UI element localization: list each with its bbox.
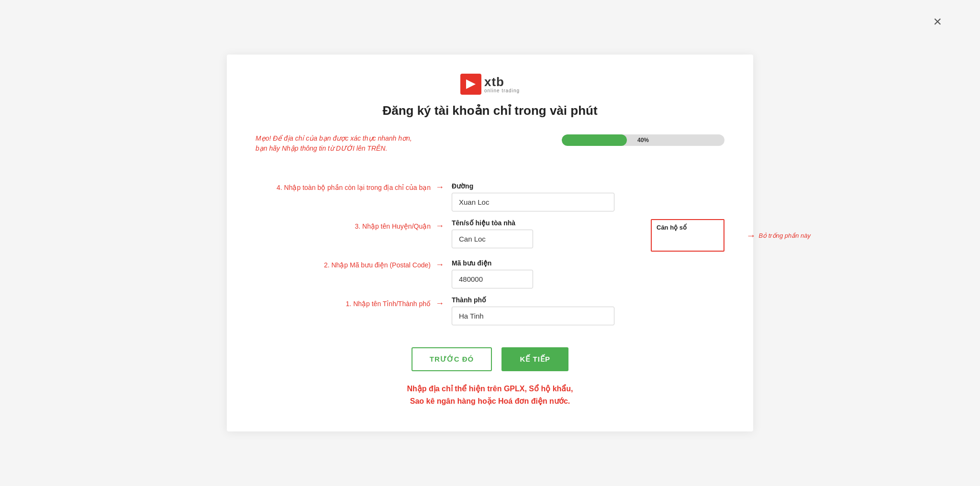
instruction-2-label: 2. Nhập Mã bưu điện (Postal Code) — [256, 261, 435, 269]
instruction-4-label: 4. Nhập toàn bộ phần còn lại trong địa c… — [256, 184, 435, 191]
duong-input[interactable] — [452, 193, 614, 211]
thanh-pho-group: Thành phố — [452, 296, 724, 325]
page-container: × xtb online trading Đăng ký tài khoản c… — [0, 0, 980, 486]
can-ho-so-container: Căn hộ số → Bỏ trống phần này — [651, 219, 724, 252]
ten-so-hieu-input[interactable] — [452, 230, 533, 248]
instruction-3: 3. Nhập tên Huyện/Quận → — [256, 221, 447, 231]
main-content: 4. Nhập toàn bộ phần còn lại trong địa c… — [256, 182, 724, 333]
prev-button[interactable]: TRƯỚC ĐÓ — [412, 347, 492, 371]
logo-area: xtb online trading — [256, 74, 724, 95]
svg-marker-0 — [466, 79, 476, 89]
progress-label: 40% — [637, 137, 649, 144]
bottom-note: Nhập địa chỉ thể hiện trên GPLX, Sổ hộ k… — [256, 383, 724, 407]
close-icon: × — [933, 13, 942, 29]
modal-dialog: xtb online trading Đăng ký tài khoản chỉ… — [227, 55, 753, 431]
instruction-1-label: 1. Nhập tên Tỉnh/Thành phố — [256, 300, 435, 308]
can-ho-so-input[interactable] — [657, 233, 719, 247]
ma-buu-dien-group: Mã bưu điện — [452, 259, 724, 288]
ma-buu-dien-input[interactable] — [452, 270, 533, 288]
instruction-4: 4. Nhập toàn bộ phần còn lại trong địa c… — [256, 182, 447, 192]
duong-group: Đường — [452, 182, 724, 211]
logo-icon — [460, 74, 481, 95]
duong-label: Đường — [452, 182, 724, 190]
progress-bar-fill — [562, 134, 627, 146]
page-title: Đăng ký tài khoản chỉ trong vài phút — [256, 103, 724, 118]
bottom-note-line1: Nhập địa chỉ thể hiện trên GPLX, Sổ hộ k… — [256, 383, 724, 395]
logo-brand: xtb — [484, 76, 520, 88]
thanh-pho-input[interactable] — [452, 307, 614, 325]
instructions-col: 4. Nhập toàn bộ phần còn lại trong địa c… — [256, 182, 447, 313]
ten-so-hieu-group: Tên/số hiệu tòa nhà — [452, 219, 645, 248]
can-ho-so-highlighted: Căn hộ số — [651, 219, 724, 252]
side-note: → Bỏ trống phần này — [746, 230, 811, 241]
instruction-2: 2. Nhập Mã bưu điện (Postal Code) → — [256, 260, 447, 270]
instruction-1: 1. Nhập tên Tỉnh/Thành phố → — [256, 298, 447, 309]
side-note-text: Bỏ trống phần này — [758, 232, 811, 239]
thanh-pho-label: Thành phố — [452, 296, 724, 304]
instruction-3-label: 3. Nhập tên Huyện/Quận — [256, 222, 435, 230]
logo-text-area: xtb online trading — [484, 76, 520, 93]
can-ho-so-label: Căn hộ số — [657, 224, 719, 231]
instruction-3-arrow: → — [435, 221, 444, 231]
bottom-note-line2: Sao kê ngân hàng hoặc Hoá đơn điện nước. — [256, 395, 724, 408]
instruction-1-arrow: → — [435, 298, 444, 309]
logo-subtitle: online trading — [484, 88, 520, 93]
logo: xtb online trading — [460, 74, 520, 95]
progress-bar-container: 40% — [562, 134, 724, 146]
button-row: TRƯỚC ĐÓ KẾ TIẾP — [256, 347, 724, 371]
side-note-arrow: → — [746, 230, 756, 241]
close-button[interactable]: × — [933, 14, 942, 29]
form-col: Đường Tên/số hiệu tòa nhà Căn hộ số — [447, 182, 724, 333]
tip-text: Mẹo! Để địa chỉ của bạn được xác thực nh… — [256, 133, 547, 154]
building-row: Tên/số hiệu tòa nhà Căn hộ số → Bỏ trống… — [452, 219, 724, 252]
instruction-4-arrow: → — [435, 182, 444, 192]
instruction-2-arrow: → — [435, 260, 444, 270]
ten-so-hieu-label: Tên/số hiệu tòa nhà — [452, 219, 645, 227]
ma-buu-dien-label: Mã bưu điện — [452, 259, 724, 267]
next-button[interactable]: KẾ TIẾP — [501, 347, 568, 371]
